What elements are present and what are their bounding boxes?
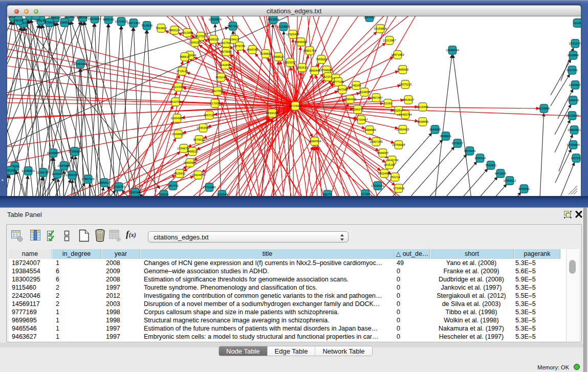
svg-text:8813094: 8813094 [268,18,279,21]
svg-text:391590: 391590 [7,169,15,172]
svg-text:16210643: 16210643 [565,114,578,117]
svg-text:6379197: 6379197 [452,142,463,145]
svg-text:10719155: 10719155 [115,20,127,23]
svg-text:10688609: 10688609 [363,128,376,132]
svg-text:16054985: 16054985 [170,117,183,120]
svg-text:1244415: 1244415 [568,99,579,102]
svg-text:3875685: 3875685 [221,50,232,53]
svg-text:17857225: 17857225 [81,178,94,181]
svg-text:20364436: 20364436 [343,98,356,101]
svg-text:13654923: 13654923 [396,128,409,131]
svg-text:2876768: 2876768 [234,45,245,48]
svg-text:8186323: 8186323 [208,38,219,41]
svg-text:7625402: 7625402 [174,172,185,175]
svg-text:117164: 117164 [361,192,371,195]
svg-text:12213369: 12213369 [171,85,184,89]
svg-text:6497568: 6497568 [337,88,348,91]
svg-text:1733416: 1733416 [393,187,404,190]
svg-text:15720407: 15720407 [355,118,367,121]
svg-text:14138141: 14138141 [371,184,384,187]
svg-text:7663822: 7663822 [156,27,167,30]
svg-text:15276023: 15276023 [88,17,101,20]
svg-text:9474444: 9474444 [464,149,475,152]
svg-text:9463627: 9463627 [403,98,414,101]
svg-text:7632621: 7632621 [485,164,496,167]
svg-text:8912954: 8912954 [182,31,193,34]
svg-text:10648784: 10648784 [446,49,459,52]
svg-text:13524851: 13524851 [378,172,390,175]
svg-text:18907249: 18907249 [369,140,382,143]
svg-text:12975115: 12975115 [399,83,412,86]
svg-text:6466160: 6466160 [103,18,114,21]
svg-text:7485063: 7485063 [397,68,408,71]
svg-text:10958117: 10958117 [98,181,111,184]
svg-text:19218506: 19218506 [277,25,290,28]
svg-text:62160: 62160 [384,102,392,105]
svg-text:10654112: 10654112 [504,179,516,182]
svg-text:109581: 109581 [60,21,70,24]
svg-text:8031144: 8031144 [215,76,227,79]
svg-text:9777169: 9777169 [333,80,344,83]
svg-text:9084067: 9084067 [377,151,388,155]
svg-text:6794028: 6794028 [321,69,332,72]
svg-text:20206555: 20206555 [47,151,59,155]
svg-text:20053346: 20053346 [74,62,86,65]
svg-text:9242845: 9242845 [220,63,231,67]
svg-text:16154808: 16154808 [374,27,386,30]
svg-text:9327503: 9327503 [195,35,206,38]
svg-text:8427552: 8427552 [212,90,223,93]
svg-text:11125: 11125 [574,21,581,25]
svg-text:19384554: 19384554 [308,140,321,143]
svg-text:1167531: 1167531 [571,157,581,160]
svg-text:15909948: 15909948 [183,161,196,164]
svg-text:1145194: 1145194 [52,172,63,176]
svg-text:8322037: 8322037 [285,61,296,64]
svg-text:10807487: 10807487 [369,96,382,99]
svg-text:17016504: 17016504 [567,143,579,146]
svg-text:9699695: 9699695 [417,120,428,123]
svg-text:1362615: 1362615 [296,66,308,69]
svg-text:8990448: 8990448 [309,69,320,72]
svg-text:12505195: 12505195 [66,173,78,177]
svg-text:8454749: 8454749 [247,48,258,51]
svg-text:1588520: 1588520 [273,55,284,58]
svg-text:13325419: 13325419 [286,33,299,36]
svg-text:2087682: 2087682 [364,16,375,19]
svg-text:19975887: 19975887 [57,164,70,167]
svg-text:9457791: 9457791 [167,184,179,187]
svg-text:746266: 746266 [352,84,361,87]
svg-text:9146821: 9146821 [260,52,271,55]
svg-text:16782759: 16782759 [112,185,125,188]
svg-text:15692921: 15692921 [568,128,580,132]
svg-text:2935114: 2935114 [474,157,486,160]
svg-text:117005: 117005 [210,102,220,105]
svg-text:17359924: 17359924 [68,150,81,153]
svg-text:4498222: 4498222 [187,150,198,153]
svg-text:252214: 252214 [390,176,400,179]
svg-text:16033809: 16033809 [208,18,221,21]
svg-text:8678312: 8678312 [193,138,205,141]
svg-text:9245052: 9245052 [518,187,530,190]
svg-text:18724007: 18724007 [289,104,301,107]
svg-text:20756928: 20756928 [392,143,405,146]
svg-text:989614: 989614 [180,55,190,58]
svg-text:9329966: 9329966 [568,54,579,57]
svg-text:10671355: 10671355 [127,21,140,25]
svg-text:1615112: 1615112 [384,163,395,166]
svg-text:9115460: 9115460 [417,105,428,108]
svg-text:186753: 186753 [31,16,41,17]
svg-text:12923446: 12923446 [128,191,141,194]
svg-text:18640910: 18640910 [294,40,307,43]
svg-text:10853267: 10853267 [76,16,89,19]
svg-text:8938921: 8938921 [440,135,451,138]
svg-text:16914479: 16914479 [191,173,204,177]
svg-text:1610753: 1610753 [170,100,181,103]
svg-text:154612: 154612 [230,38,239,41]
svg-text:12156829: 12156829 [21,169,34,172]
svg-text:3660124: 3660124 [169,29,180,32]
svg-text:13353594: 13353594 [197,126,209,129]
svg-text:7857224: 7857224 [227,25,238,28]
svg-text:14495794: 14495794 [399,113,411,116]
svg-text:12342757: 12342757 [36,171,49,174]
svg-text:12093827: 12093827 [569,83,581,86]
